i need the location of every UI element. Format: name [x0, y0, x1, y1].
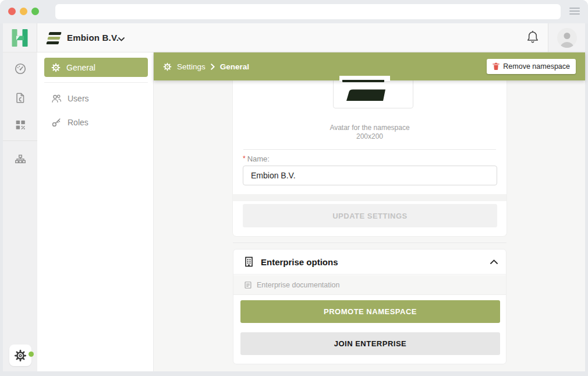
building-icon [244, 256, 254, 267]
sidebar-item-roles[interactable]: Roles [44, 113, 148, 132]
app-logo-box[interactable] [3, 23, 37, 52]
gear-icon [163, 62, 172, 71]
key-icon [51, 117, 62, 128]
section-divider [233, 243, 506, 243]
sidebar-item-users[interactable]: Users [44, 89, 148, 108]
sidebar-divider [44, 82, 148, 83]
form-divider [243, 149, 496, 150]
avatar-size: 200x200 [233, 132, 506, 141]
sidebar-item-label: General [66, 63, 95, 72]
enterprise-documentation-link[interactable]: Enterprise documentation [233, 275, 506, 295]
update-settings-button[interactable]: UPDATE SETTINGS [243, 204, 497, 227]
users-icon [51, 93, 62, 104]
chevron-down-icon[interactable] [118, 37, 125, 41]
org-logo-icon [49, 30, 63, 45]
promote-namespace-button[interactable]: PROMOTE NAMESPACE [240, 300, 500, 323]
namespace-avatar-upload[interactable] [333, 78, 413, 108]
join-enterprise-button[interactable]: JOIN ENTERPRISE [240, 332, 500, 355]
browser-chrome [0, 0, 588, 23]
document-file-icon[interactable] [14, 92, 27, 104]
name-input[interactable] [243, 166, 497, 185]
hierarchy-sitemap-icon[interactable] [14, 153, 27, 166]
browser-url-input[interactable] [55, 4, 561, 19]
avatar-logo-bar-top [342, 80, 384, 82]
dashboard-gauge-icon[interactable] [14, 62, 27, 75]
settings-gear-button[interactable] [9, 345, 31, 366]
enterprise-options-title: Enterprise options [261, 257, 338, 267]
browser-menu-icon[interactable] [569, 8, 580, 16]
required-mark: * [243, 154, 246, 163]
gear-icon [51, 63, 61, 72]
header-bar: Embion B.V. [37, 23, 548, 52]
sidebar-item-label: Roles [68, 118, 88, 127]
app-window: Embion B.V. [0, 0, 588, 376]
notifications-bell-icon[interactable] [526, 30, 540, 45]
sidebar-item-general[interactable]: General [44, 58, 148, 77]
sidebar-divider [3, 140, 37, 141]
primary-sidebar [3, 52, 37, 371]
chevron-right-icon [211, 64, 215, 70]
window-minimize-button[interactable] [20, 8, 27, 15]
account-panel [548, 23, 585, 52]
breadcrumb-general: General [220, 62, 249, 71]
window-close-button[interactable] [8, 8, 16, 15]
namespace-title[interactable]: Embion B.V. [67, 33, 119, 43]
namespace-avatar-image [334, 79, 413, 108]
name-field-label: *Name: [243, 154, 270, 163]
enterprise-options-header[interactable]: Enterprise options [233, 250, 506, 275]
apps-grid-icon[interactable] [14, 118, 27, 131]
settings-sidebar: General Users Roles [37, 52, 154, 371]
status-dot [29, 352, 34, 357]
trash-icon [493, 62, 500, 71]
documentation-icon [244, 281, 252, 289]
sidebar-item-label: Users [68, 94, 89, 103]
breadcrumb-settings[interactable]: Settings [177, 62, 206, 71]
window-zoom-button[interactable] [31, 8, 39, 15]
avatar-caption: Avatar for the namespace 200x200 [233, 124, 506, 141]
form-footer-separator [233, 194, 506, 201]
collapse-toggle[interactable] [490, 259, 498, 264]
chevron-up-icon [490, 259, 498, 264]
gear-icon [14, 349, 27, 362]
app-h-logo-icon [10, 28, 30, 48]
enterprise-options-card: Enterprise options Enterprise documentat… [233, 249, 506, 364]
remove-namespace-button[interactable]: Remove namespace [487, 59, 576, 74]
user-avatar[interactable] [557, 28, 577, 48]
